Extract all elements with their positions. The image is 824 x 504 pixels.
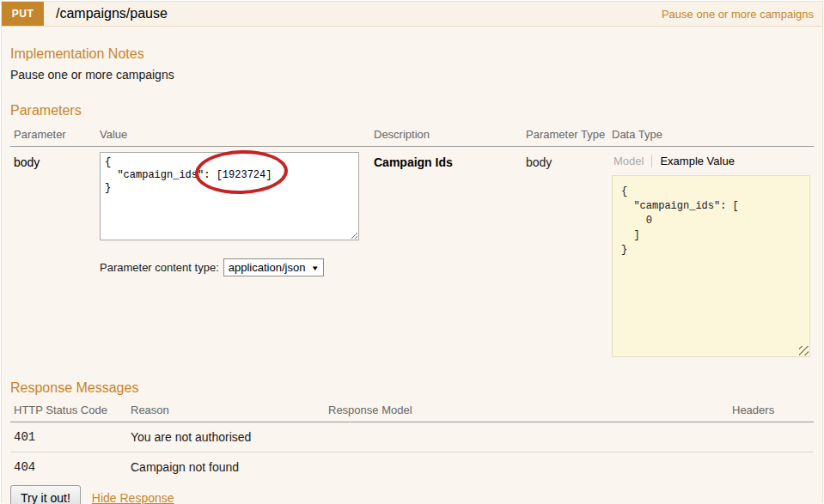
http-method-badge: PUT	[2, 2, 44, 26]
content-type-select[interactable]: application/json	[223, 258, 324, 276]
operation-content: Implementation Notes Pause one or more c…	[2, 47, 822, 504]
response-messages-heading: Response Messages	[10, 381, 814, 395]
parameter-type-value: body	[526, 147, 612, 363]
tab-model[interactable]: Model	[612, 155, 652, 167]
response-model-cell	[328, 452, 732, 483]
col-reason: Reason	[131, 398, 328, 422]
tab-example-value[interactable]: Example Value	[652, 155, 734, 167]
response-model-cell	[328, 422, 732, 452]
col-description: Description	[374, 123, 526, 147]
parameters-heading: Parameters	[10, 104, 814, 118]
status-code: 404	[10, 452, 131, 483]
col-http-status-code: HTTP Status Code	[10, 398, 131, 422]
responses-header-row: HTTP Status Code Reason Response Model H…	[10, 398, 814, 422]
col-value: Value	[100, 123, 374, 147]
hide-response-link[interactable]: Hide Response	[92, 491, 174, 504]
operation-path-link[interactable]: /campaigns/pause	[56, 2, 168, 26]
parameter-row-body: body { "campaign_ids": [1923724] } Param…	[10, 147, 814, 363]
try-it-out-button[interactable]: Try it out!	[10, 485, 81, 504]
operation-panel: PUT /campaigns/pause Pause one or more c…	[1, 1, 823, 503]
col-data-type: Data Type	[612, 123, 814, 147]
data-type-tabs: Model Example Value	[612, 152, 809, 167]
operation-heading-bar: PUT /campaigns/pause Pause one or more c…	[2, 2, 822, 27]
parameters-header-row: Parameter Value Description Parameter Ty…	[10, 123, 814, 147]
content-type-label: Parameter content type:	[100, 261, 219, 274]
status-code: 401	[10, 422, 131, 452]
body-value-textarea[interactable]: { "campaign_ids": [1923724] }	[100, 152, 359, 240]
implementation-notes-heading: Implementation Notes	[10, 47, 814, 61]
implementation-notes-text: Pause one or more campaigns	[10, 68, 814, 82]
parameter-name: body	[10, 147, 100, 363]
example-value-box[interactable]: { "campaign_ids": [ 0 ] }	[612, 175, 810, 357]
col-response-model: Response Model	[328, 398, 732, 422]
resize-handle-icon	[799, 346, 809, 355]
reason-text: Campaign not found	[131, 452, 328, 483]
parameter-description: Campaign Ids	[374, 147, 526, 363]
headers-cell	[732, 422, 814, 452]
col-parameter-type: Parameter Type	[526, 123, 612, 147]
response-row-401: 401 You are not authorised	[10, 422, 814, 452]
col-headers: Headers	[732, 398, 814, 422]
operation-footer: Try it out! Hide Response	[10, 485, 814, 504]
headers-cell	[732, 452, 814, 483]
operation-summary: Pause one or more campaigns	[662, 2, 814, 26]
col-parameter: Parameter	[10, 123, 100, 147]
reason-text: You are not authorised	[131, 422, 328, 452]
example-value-json: { "campaign_ids": [ 0 ] }	[621, 185, 739, 256]
response-row-404: 404 Campaign not found	[10, 452, 814, 483]
response-messages-table: HTTP Status Code Reason Response Model H…	[10, 398, 814, 482]
parameters-table: Parameter Value Description Parameter Ty…	[10, 123, 814, 362]
